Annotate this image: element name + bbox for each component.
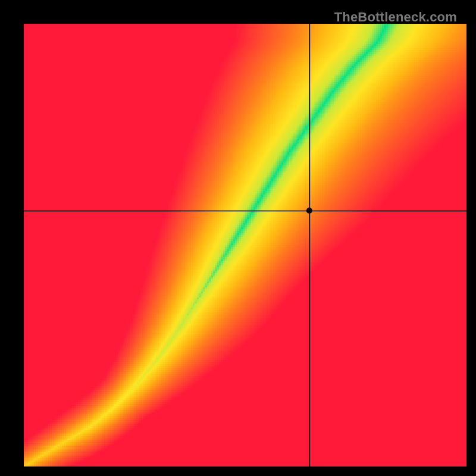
heatmap-canvas [24,24,466,466]
watermark-text: TheBottleneck.com [334,10,457,25]
heatmap-plot [24,24,466,466]
chart-frame: TheBottleneck.com [7,7,469,469]
